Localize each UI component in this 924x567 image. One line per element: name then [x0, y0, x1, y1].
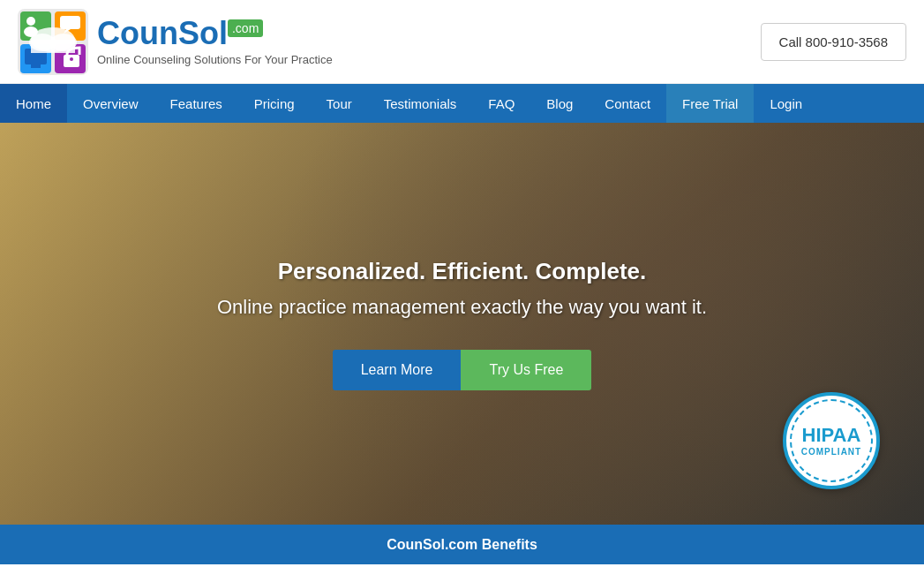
brand-text: CounSol	[97, 15, 228, 51]
nav-faq[interactable]: FAQ	[472, 84, 530, 123]
logo-area: CounSol.com Online Counseling Solutions …	[18, 9, 333, 75]
tagline: Online Counseling Solutions For Your Pra…	[97, 53, 333, 66]
dot-com-badge: .com	[228, 19, 263, 37]
nav-overview[interactable]: Overview	[67, 84, 154, 123]
hero-content: Personalized. Efficient. Complete. Onlin…	[199, 240, 725, 408]
nav-contact[interactable]: Contact	[589, 84, 666, 123]
learn-more-button[interactable]: Learn More	[333, 350, 462, 390]
hipaa-circle: HIPAA COMPLIANT	[783, 392, 880, 489]
svg-point-12	[70, 57, 73, 61]
benefits-bar: CounSol.com Benefits	[0, 525, 924, 564]
hero-buttons: Learn More Try Us Free	[217, 350, 707, 390]
svg-point-5	[26, 17, 35, 26]
nav-free-trial[interactable]: Free Trial	[666, 84, 754, 123]
nav-blog[interactable]: Blog	[530, 84, 589, 123]
nav-login[interactable]: Login	[754, 84, 818, 123]
nav-features[interactable]: Features	[154, 84, 238, 123]
header: CounSol.com Online Counseling Solutions …	[0, 0, 924, 84]
benefits-label: CounSol.com Benefits	[387, 537, 537, 553]
svg-rect-7	[60, 16, 80, 29]
hipaa-badge: HIPAA COMPLIANT	[783, 392, 880, 489]
nav-testimonials[interactable]: Testimonials	[368, 84, 473, 123]
brand-name: CounSol.com	[97, 18, 333, 49]
hipaa-main-text: HIPAA	[802, 426, 861, 445]
logo-icon	[18, 9, 88, 75]
logo-text: CounSol.com Online Counseling Solutions …	[97, 18, 333, 66]
navbar: Home Overview Features Pricing Tour Test…	[0, 84, 924, 123]
svg-rect-10	[31, 64, 41, 68]
nav-home[interactable]: Home	[0, 84, 67, 123]
hero-section: Personalized. Efficient. Complete. Onlin…	[0, 123, 924, 525]
hipaa-sub-text: COMPLIANT	[801, 447, 861, 457]
nav-tour[interactable]: Tour	[311, 84, 368, 123]
hero-title: Personalized. Efficient. Complete.	[217, 258, 707, 285]
svg-rect-16	[31, 40, 75, 53]
nav-pricing[interactable]: Pricing	[238, 84, 311, 123]
hero-subtitle: Online practice management exactly the w…	[217, 296, 707, 319]
try-us-free-button[interactable]: Try Us Free	[461, 350, 591, 390]
call-button[interactable]: Call 800-910-3568	[761, 23, 906, 61]
